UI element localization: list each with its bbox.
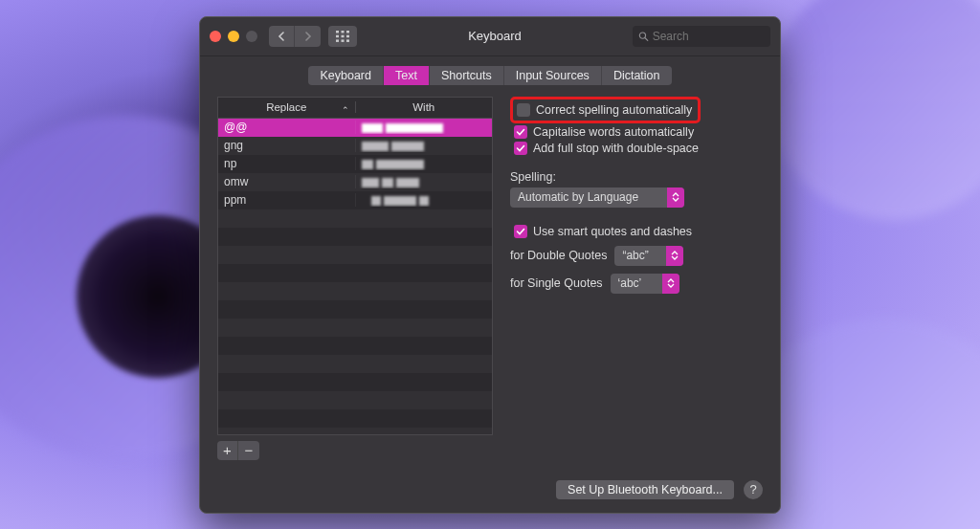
chevron-right-icon — [304, 32, 312, 41]
help-button[interactable]: ? — [744, 480, 763, 499]
table-row[interactable] — [218, 337, 492, 355]
table-row[interactable] — [218, 209, 492, 228]
check-icon — [516, 127, 525, 137]
add-button[interactable]: + — [217, 441, 238, 460]
chevron-left-icon — [278, 32, 285, 41]
svg-rect-6 — [336, 39, 339, 42]
table-row[interactable] — [218, 391, 492, 409]
tab-dictation[interactable]: Dictation — [602, 66, 672, 85]
check-icon — [516, 227, 525, 236]
svg-rect-0 — [336, 31, 339, 33]
column-replace[interactable]: Replace ⌃ — [218, 101, 356, 113]
label-single-quotes: for Single Quotes — [510, 276, 603, 290]
table-row[interactable] — [218, 282, 492, 300]
tab-segmented-control: Keyboard Text Shortcuts Input Sources Di… — [308, 66, 671, 85]
forward-button[interactable] — [295, 26, 321, 47]
cell-replace: np — [218, 157, 355, 170]
svg-rect-2 — [346, 31, 349, 33]
cell-replace: @@ — [218, 121, 355, 134]
show-all-button[interactable] — [328, 26, 357, 47]
svg-rect-4 — [342, 34, 345, 37]
cell-with — [355, 121, 493, 134]
svg-rect-5 — [346, 34, 349, 37]
table-row[interactable] — [218, 319, 492, 337]
label-capitalise: Capitalise words automatically — [533, 125, 694, 139]
column-with[interactable]: With — [356, 101, 493, 113]
preferences-window: Keyboard Keyboard Text Shortcuts Input S… — [199, 16, 781, 514]
cell-with — [355, 175, 493, 188]
table-row[interactable]: np — [218, 155, 492, 173]
cell-with — [355, 139, 493, 152]
nav-buttons — [269, 26, 321, 47]
label-correct-spelling: Correct spelling automatically — [536, 103, 692, 117]
close-window-button[interactable] — [210, 31, 221, 42]
select-single-quotes-value: ‘abc’ — [611, 276, 662, 290]
select-double-quotes[interactable]: “abc” — [614, 246, 683, 266]
checkbox-correct-spelling[interactable] — [517, 103, 530, 117]
checkbox-smart-quotes[interactable] — [514, 225, 527, 238]
table-row[interactable] — [218, 246, 492, 264]
search-input[interactable] — [653, 30, 765, 43]
search-icon — [638, 31, 649, 42]
table-row[interactable]: @@ — [218, 119, 492, 137]
minimize-window-button[interactable] — [228, 31, 239, 42]
table-row[interactable]: ppm — [218, 191, 492, 209]
checkbox-full-stop[interactable] — [514, 142, 527, 155]
column-replace-label: Replace — [266, 101, 306, 113]
sort-caret-icon: ⌃ — [342, 105, 349, 115]
svg-line-10 — [645, 37, 648, 40]
table-row[interactable] — [218, 355, 492, 373]
svg-rect-3 — [336, 34, 339, 37]
checkbox-capitalise[interactable] — [514, 125, 527, 139]
stepper-icon — [667, 187, 684, 208]
cell-replace: ppm — [218, 193, 355, 207]
table-row[interactable] — [218, 228, 492, 246]
annotation-highlight: Correct spelling automatically — [510, 97, 701, 123]
text-replacements-table: Replace ⌃ With @@ gng np — [217, 97, 493, 460]
options-panel: Correct spelling automatically Capitalis… — [510, 97, 763, 460]
cell-with — [355, 157, 493, 170]
tab-input-sources[interactable]: Input Sources — [504, 66, 602, 85]
check-icon — [516, 143, 525, 153]
tab-text[interactable]: Text — [384, 66, 430, 85]
zoom-window-button[interactable] — [246, 31, 257, 42]
select-double-quotes-value: “abc” — [614, 249, 666, 262]
window-controls — [210, 31, 257, 42]
select-spelling-value: Automatic by Language — [510, 190, 667, 204]
tab-bar: Keyboard Text Shortcuts Input Sources Di… — [200, 56, 780, 97]
table-row[interactable]: gng — [218, 137, 492, 155]
label-double-quotes: for Double Quotes — [510, 249, 607, 262]
table-row[interactable] — [218, 373, 492, 391]
label-smart-quotes: Use smart quotes and dashes — [533, 225, 692, 238]
stepper-icon — [666, 246, 683, 266]
content-area: Replace ⌃ With @@ gng np — [200, 97, 780, 470]
svg-rect-7 — [342, 39, 345, 42]
remove-button[interactable]: − — [238, 441, 259, 460]
cell-replace: omw — [218, 175, 355, 188]
svg-rect-1 — [342, 31, 345, 33]
label-spelling: Spelling: — [510, 170, 763, 184]
select-spelling-language[interactable]: Automatic by Language — [510, 187, 684, 208]
table-header: Replace ⌃ With — [217, 97, 493, 118]
label-full-stop: Add full stop with double-space — [533, 142, 699, 155]
cell-replace: gng — [218, 139, 355, 152]
table-row[interactable] — [218, 409, 492, 428]
table-body[interactable]: @@ gng np omw ppm — [217, 118, 493, 435]
add-remove-controls: + − — [217, 441, 493, 460]
cell-with — [355, 193, 493, 207]
table-row[interactable]: omw — [218, 173, 492, 191]
bluetooth-keyboard-button[interactable]: Set Up Bluetooth Keyboard... — [556, 480, 734, 499]
table-row[interactable] — [218, 264, 492, 282]
grid-icon — [336, 31, 349, 42]
table-row[interactable] — [218, 428, 492, 435]
svg-rect-8 — [346, 39, 349, 42]
select-single-quotes[interactable]: ‘abc’ — [611, 274, 679, 294]
search-field[interactable] — [633, 26, 770, 47]
tab-keyboard[interactable]: Keyboard — [308, 66, 384, 85]
tab-shortcuts[interactable]: Shortcuts — [430, 66, 504, 85]
table-row[interactable] — [218, 300, 492, 319]
back-button[interactable] — [269, 26, 295, 47]
titlebar: Keyboard — [200, 17, 780, 56]
stepper-icon — [662, 274, 679, 294]
svg-point-9 — [639, 32, 645, 37]
